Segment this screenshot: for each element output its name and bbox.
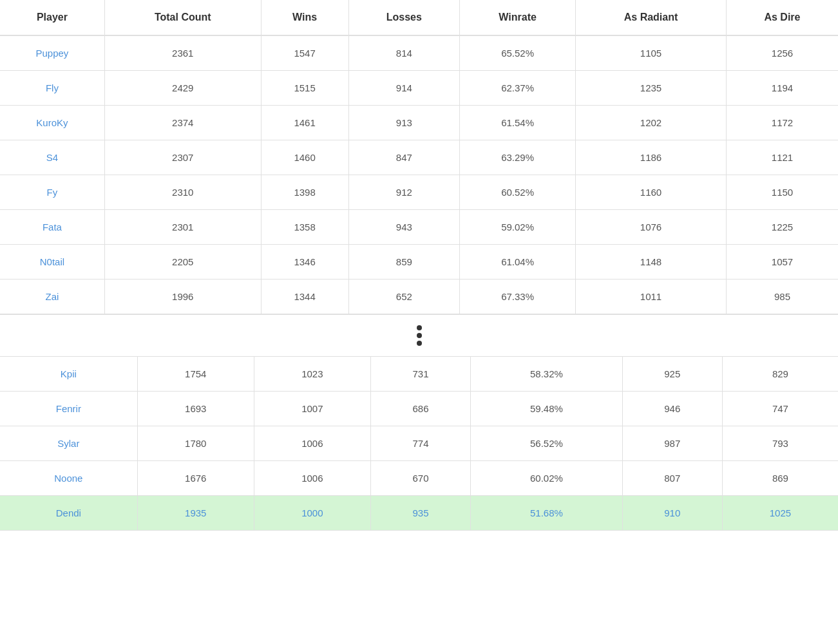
table-row: Sylar 1780 1006 774 56.52% 987 793: [0, 426, 838, 461]
total-count: 1935: [137, 496, 254, 531]
player-name[interactable]: Puppey: [0, 35, 104, 71]
wins: 1346: [261, 245, 348, 279]
total-count: 1780: [137, 426, 254, 461]
as-radiant: 1076: [576, 210, 727, 245]
as-radiant: 1160: [576, 175, 727, 210]
as-dire: 747: [722, 392, 838, 426]
losses: 914: [348, 71, 460, 106]
wins: 1006: [254, 461, 370, 496]
player-name[interactable]: Fy: [0, 175, 104, 210]
player-stats-table: Player Total Count Wins Losses Winrate A…: [0, 0, 838, 314]
losses: 935: [370, 496, 470, 531]
table-row: KuroKy 2374 1461 913 61.54% 1202 1172: [0, 106, 838, 140]
as-radiant: 1148: [576, 245, 727, 279]
player-name[interactable]: S4: [0, 140, 104, 175]
table-row: Dendi 1935 1000 935 51.68% 910 1025: [0, 496, 838, 531]
wins: 1000: [254, 496, 370, 531]
losses: 652: [348, 279, 460, 314]
player-name[interactable]: Fata: [0, 210, 104, 245]
player-name[interactable]: N0tail: [0, 245, 104, 279]
as-dire: 1121: [726, 140, 838, 175]
total-count: 2205: [104, 245, 261, 279]
as-radiant: 807: [622, 461, 722, 496]
table-row: Fata 2301 1358 943 59.02% 1076 1225: [0, 210, 838, 245]
winrate: 60.52%: [460, 175, 576, 210]
total-count: 2429: [104, 71, 261, 106]
wins: 1344: [261, 279, 348, 314]
total-count: 2301: [104, 210, 261, 245]
losses: 859: [348, 245, 460, 279]
wins: 1547: [261, 35, 348, 71]
dot-3: [417, 341, 422, 346]
as-radiant: 1011: [576, 279, 727, 314]
as-dire: 1194: [726, 71, 838, 106]
as-dire: 829: [722, 357, 838, 392]
more-rows-indicator: [417, 320, 422, 351]
as-dire: 1025: [722, 496, 838, 531]
as-radiant: 1186: [576, 140, 727, 175]
col-header-losses: Losses: [348, 0, 460, 35]
wins: 1006: [254, 426, 370, 461]
wins: 1007: [254, 392, 370, 426]
total-count: 1754: [137, 357, 254, 392]
wins: 1460: [261, 140, 348, 175]
as-dire: 985: [726, 279, 838, 314]
wins: 1461: [261, 106, 348, 140]
losses: 912: [348, 175, 460, 210]
player-name[interactable]: KuroKy: [0, 106, 104, 140]
dot-2: [417, 333, 422, 338]
total-count: 1693: [137, 392, 254, 426]
player-name[interactable]: Sylar: [0, 426, 137, 461]
player-name[interactable]: Zai: [0, 279, 104, 314]
table-row: Fenrir 1693 1007 686 59.48% 946 747: [0, 392, 838, 426]
table-row: Fly 2429 1515 914 62.37% 1235 1194: [0, 71, 838, 106]
losses: 686: [370, 392, 470, 426]
as-dire: 1225: [726, 210, 838, 245]
player-stats-table-bottom: Kpii 1754 1023 731 58.32% 925 829 Fenrir…: [0, 357, 838, 531]
wins: 1023: [254, 357, 370, 392]
winrate: 58.32%: [471, 357, 622, 392]
player-name[interactable]: Fenrir: [0, 392, 137, 426]
losses: 814: [348, 35, 460, 71]
winrate: 56.52%: [471, 426, 622, 461]
wins: 1398: [261, 175, 348, 210]
total-count: 2374: [104, 106, 261, 140]
winrate: 61.54%: [460, 106, 576, 140]
as-radiant: 1105: [576, 35, 727, 71]
winrate: 59.48%: [471, 392, 622, 426]
dot-1: [417, 325, 422, 330]
winrate: 60.02%: [471, 461, 622, 496]
player-name[interactable]: Dendi: [0, 496, 137, 531]
as-radiant: 1202: [576, 106, 727, 140]
winrate: 51.68%: [471, 496, 622, 531]
as-dire: 869: [722, 461, 838, 496]
winrate: 61.04%: [460, 245, 576, 279]
as-radiant: 910: [622, 496, 722, 531]
player-name[interactable]: Noone: [0, 461, 137, 496]
winrate: 65.52%: [460, 35, 576, 71]
winrate: 63.29%: [460, 140, 576, 175]
table-row: S4 2307 1460 847 63.29% 1186 1121: [0, 140, 838, 175]
col-header-total-count: Total Count: [104, 0, 261, 35]
col-header-wins: Wins: [261, 0, 348, 35]
total-count: 2310: [104, 175, 261, 210]
table-row: Fy 2310 1398 912 60.52% 1160 1150: [0, 175, 838, 210]
as-dire: 1057: [726, 245, 838, 279]
as-radiant: 1235: [576, 71, 727, 106]
winrate: 59.02%: [460, 210, 576, 245]
table-header-row: Player Total Count Wins Losses Winrate A…: [0, 0, 838, 35]
total-count: 1676: [137, 461, 254, 496]
player-name[interactable]: Fly: [0, 71, 104, 106]
col-header-as-dire: As Dire: [726, 0, 838, 35]
player-name[interactable]: Kpii: [0, 357, 137, 392]
stats-table-container: Player Total Count Wins Losses Winrate A…: [0, 0, 838, 531]
table-row: Noone 1676 1006 670 60.02% 807 869: [0, 461, 838, 496]
as-dire: 1172: [726, 106, 838, 140]
total-count: 2361: [104, 35, 261, 71]
losses: 670: [370, 461, 470, 496]
table-row: N0tail 2205 1346 859 61.04% 1148 1057: [0, 245, 838, 279]
losses: 774: [370, 426, 470, 461]
col-header-player: Player: [0, 0, 104, 35]
winrate: 62.37%: [460, 71, 576, 106]
table-row: Puppey 2361 1547 814 65.52% 1105 1256: [0, 35, 838, 71]
